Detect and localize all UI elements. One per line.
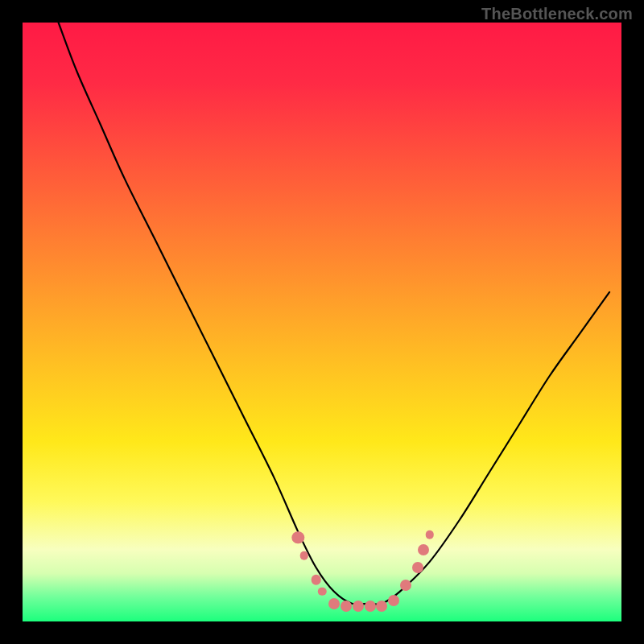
plot-area bbox=[23, 23, 621, 621]
curve-marker bbox=[426, 530, 435, 539]
curve-marker bbox=[388, 595, 399, 606]
curve-marker bbox=[318, 588, 327, 597]
bottleneck-curve bbox=[59, 23, 610, 605]
curve-marker bbox=[341, 601, 352, 612]
curve-marker bbox=[418, 544, 429, 555]
curve-marker bbox=[299, 551, 308, 560]
curve-marker bbox=[400, 580, 411, 591]
curve-marker bbox=[328, 598, 340, 609]
curve-marker bbox=[311, 575, 321, 585]
watermark-text: TheBottleneck.com bbox=[481, 5, 633, 23]
curve-marker bbox=[365, 601, 376, 612]
curve-svg bbox=[23, 23, 621, 621]
curve-marker bbox=[353, 601, 364, 612]
outer-frame: TheBottleneck.com bbox=[0, 0, 644, 644]
curve-marker bbox=[412, 562, 423, 573]
curve-marker bbox=[376, 601, 387, 612]
